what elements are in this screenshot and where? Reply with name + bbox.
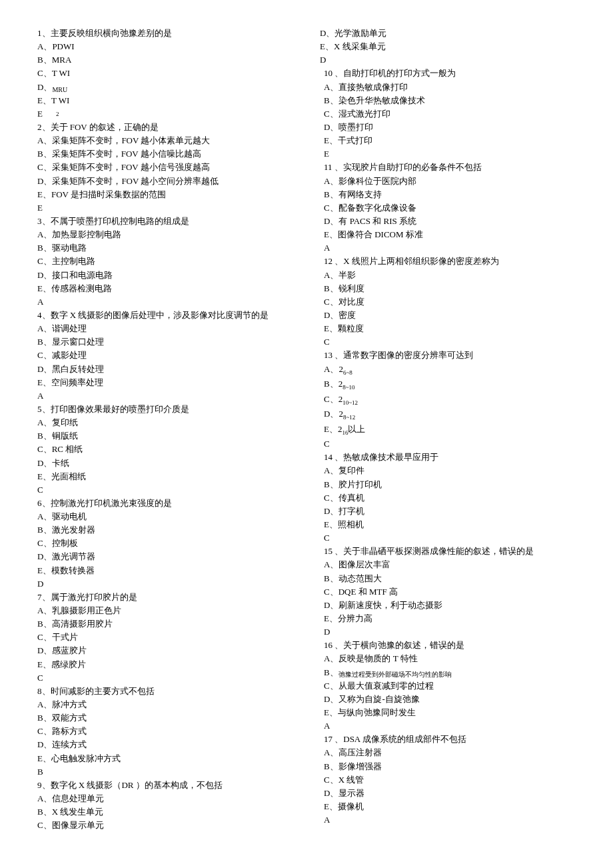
option: D、光学激励单元 [320,27,576,40]
option: E、216以上 [320,423,576,438]
option: D、显示器 [320,787,576,800]
option: C、DQE 和 MTF 高 [320,585,576,599]
option: D、接口和电源电路 [37,269,293,282]
answer: B [37,765,293,779]
option: C、图像显示单元 [37,819,293,832]
answer: C [320,335,576,349]
option: D、激光调节器 [37,550,293,563]
question-stem: 8、时间减影的主要方式不包括 [37,685,293,698]
option: E、照相机 [320,518,576,531]
exam-content: 1、主要反映组织横向弛豫差别的是A、PDWIB、MRAC、T WID、MRUE、… [37,27,576,841]
answer: A [320,719,576,733]
option: A、直接热敏成像打印 [320,81,576,94]
option: B、显示窗口处理 [37,335,293,349]
option: B、MRA [37,53,293,67]
option: D、采集矩阵不变时，FOV 越小空间分辨率越低 [37,175,293,188]
option: B、铜版纸 [37,429,293,443]
option: C、采集矩阵不变时，FOV 越小信号强度越高 [37,161,293,174]
option: E、空间频率处理 [37,376,293,389]
question-stem: 7、属于激光打印胶片的是 [37,591,293,604]
answer: D [37,577,293,591]
option: A、脉冲方式 [37,698,293,711]
option: C、210~12 [320,393,576,408]
question-stem: 2、关于 FOV 的叙述，正确的是 [37,121,293,134]
option: A、复印件 [320,464,576,477]
option: B、染色升华热敏成像技术 [320,94,576,107]
option: B、激光发射器 [37,523,293,537]
option: A、复印纸 [37,416,293,429]
question-stem: 5、打印图像效果最好的喷墨打印介质是 [37,403,293,416]
option: C、控制板 [37,537,293,550]
question-stem: 12 、X 线照片上两相邻组织影像的密度差称为 [320,255,576,268]
option: D、连续方式 [37,738,293,751]
option: A、乳腺摄影用正色片 [37,604,293,617]
option: C、从最大值衰减到零的过程 [320,679,576,693]
answer: E [320,147,576,161]
option: E、感绿胶片 [37,658,293,671]
question-stem: 17 、DSA 成像系统的组成部件不包括 [320,733,576,746]
answer: C [320,437,576,451]
option: E、颗粒度 [320,322,576,335]
answer: C [37,671,293,685]
option: B、高清摄影用胶片 [37,617,293,631]
option: D、感蓝胶片 [37,644,293,657]
option: E、X 线采集单元 [320,40,576,53]
answer: E2 [37,107,293,121]
option: A、信息处理单元 [37,792,293,805]
option: D、喷墨打印 [320,121,576,134]
option: D、MRU [37,81,293,94]
option: B、动态范围大 [320,572,576,585]
option: E、FOV 是扫描时采集数据的范围 [37,188,293,201]
option: C、RC 相纸 [37,443,293,456]
answer: A [320,813,576,827]
option: A、驱动电机 [37,510,293,523]
option: C、路标方式 [37,725,293,738]
option: B、弛豫过程受到外部磁场不均匀性的影响 [320,666,576,679]
option: B、采集矩阵不变时，FOV 越小信噪比越高 [37,147,293,161]
option: E、干式打印 [320,134,576,147]
option: D、刷新速度快，利于动态摄影 [320,599,576,612]
answer: A [37,295,293,309]
option: E、图像符合 DICOM 标准 [320,228,576,241]
option: D、密度 [320,309,576,322]
question-stem: 9、数字化 X 线摄影（DR ）的基本构成，不包括 [37,779,293,792]
option: B、有网络支持 [320,188,576,201]
option: C、传真机 [320,491,576,505]
question-stem: 14 、热敏成像技术最早应用于 [320,451,576,464]
question-stem: 13 、通常数字图像的密度分辨率可达到 [320,349,576,362]
question-stem: 15 、关于非晶硒平板探测器成像性能的叙述，错误的是 [320,545,576,558]
option: A、加热显影控制电路 [37,228,293,241]
question-stem: 6、控制激光打印机激光束强度的是 [37,497,293,510]
answer: C [320,531,576,545]
option: C、干式片 [37,631,293,644]
option: C、配备数字化成像设备 [320,201,576,215]
question-stem: 11 、实现胶片自助打印的必备条件不包括 [320,161,576,174]
option: D、有 PACS 和 RIS 系统 [320,215,576,228]
answer: D [320,53,576,67]
option: C、减影处理 [37,349,293,362]
option: A、26~8 [320,363,576,378]
question-stem: 4、数字 X 线摄影的图像后处理中，涉及影像对比度调节的是 [37,309,293,322]
option: A、半影 [320,269,576,282]
option: B、X 线发生单元 [37,805,293,819]
option: B、28~10 [320,377,576,393]
option: A、高压注射器 [320,746,576,759]
question-stem: 16 、关于横向弛豫的叙述，错误的是 [320,639,576,652]
option: B、影像增强器 [320,760,576,773]
option: A、采集矩阵不变时，FOV 越小体素单元越大 [37,134,293,147]
question-stem: 10 、自助打印机的打印方式一般为 [320,67,576,80]
question-stem: 1、主要反映组织横向弛豫差别的是 [37,27,293,40]
option: C、对比度 [320,295,576,309]
option: B、双能方式 [37,711,293,725]
option: E、摄像机 [320,800,576,813]
answer: D [320,625,576,639]
option: D、黑白反转处理 [37,363,293,376]
option: E、T WI [37,94,293,107]
option: B、驱动电路 [37,241,293,255]
option: C、T WI [37,67,293,80]
option: A、PDWI [37,40,293,53]
answer: A [320,241,576,255]
option: B、胶片打印机 [320,478,576,491]
option: E、光面相纸 [37,470,293,483]
option: C、主控制电路 [37,255,293,268]
